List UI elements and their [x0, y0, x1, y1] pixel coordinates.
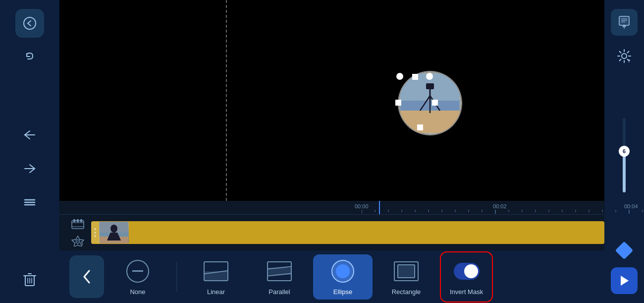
- svg-rect-64: [619, 16, 629, 25]
- control-point-left[interactable]: [395, 100, 401, 106]
- video-preview: [59, 0, 604, 201]
- mask-option-linear[interactable]: Linear: [186, 254, 246, 300]
- control-point-top[interactable]: [426, 73, 433, 80]
- menu-button[interactable]: [15, 188, 44, 217]
- trash-button[interactable]: [15, 265, 44, 294]
- toolbar-back-button[interactable]: [69, 255, 104, 298]
- control-point-top-left[interactable]: [396, 73, 403, 80]
- svg-point-68: [622, 54, 627, 59]
- rectangle-icon: [393, 258, 419, 284]
- back-circle-button[interactable]: [15, 9, 44, 38]
- control-point-right[interactable]: [432, 100, 438, 106]
- svg-point-54: [110, 225, 117, 233]
- svg-rect-45: [73, 219, 75, 222]
- settings-button[interactable]: ?: [611, 43, 638, 69]
- effects-track-icon[interactable]: !: [69, 234, 86, 247]
- timeline-tracks: !: [59, 215, 604, 250]
- main-content: 00:00 00:02 00:04: [59, 0, 604, 303]
- timeline-area: 00:00 00:02 00:04: [59, 201, 604, 250]
- invert-mask-icon: [454, 258, 480, 284]
- right-sidebar: ? 6: [604, 0, 644, 303]
- none-icon: [125, 258, 151, 284]
- diamond-keyframe-button[interactable]: [615, 242, 634, 260]
- svg-rect-47: [80, 219, 82, 222]
- keyframe-container: [611, 241, 638, 260]
- track-icons: !: [69, 218, 86, 247]
- timeline-cursor[interactable]: [379, 201, 380, 214]
- video-track-icon[interactable]: [69, 218, 86, 232]
- track-thumbnail: [99, 222, 129, 243]
- control-point-top-mid[interactable]: [412, 74, 418, 80]
- ruler-ticks: [362, 210, 644, 215]
- undo-button[interactable]: [15, 43, 44, 71]
- volume-slider[interactable]: 6: [623, 118, 626, 192]
- invert-mask-highlighted-border: Invert Mask: [440, 251, 493, 303]
- time-mark-4: 00:04: [624, 203, 638, 209]
- time-mark-2: 00:02: [493, 203, 507, 209]
- left-arrow-button[interactable]: [15, 121, 44, 149]
- mask-option-parallel[interactable]: Parallel: [250, 254, 309, 300]
- rectangle-label: Rectangle: [392, 288, 421, 296]
- timeline-ruler: 00:00 00:02 00:04: [59, 201, 604, 215]
- linear-icon: [203, 258, 229, 284]
- svg-rect-57: [204, 271, 228, 281]
- track-start-handle[interactable]: [91, 222, 99, 243]
- svg-point-49: [76, 240, 80, 243]
- svg-point-0: [24, 17, 36, 29]
- volume-thumb[interactable]: 6: [619, 146, 630, 157]
- mask-overlay: [390, 61, 470, 140]
- svg-rect-46: [77, 219, 79, 222]
- ellipse-label: Ellipse: [333, 288, 352, 296]
- time-mark-0: 00:00: [355, 203, 369, 209]
- mask-option-ellipse[interactable]: Ellipse: [313, 254, 373, 300]
- parallel-icon: [267, 258, 292, 284]
- ellipse-mask: [398, 71, 462, 135]
- play-button[interactable]: [611, 267, 638, 294]
- left-sidebar: [0, 0, 59, 303]
- mask-option-none[interactable]: None: [108, 254, 167, 300]
- svg-text:?: ?: [628, 59, 631, 63]
- none-label: None: [130, 288, 145, 296]
- ellipse-icon: [330, 258, 356, 284]
- mask-option-invert-mask[interactable]: Invert Mask: [443, 254, 490, 300]
- export-button[interactable]: [611, 9, 638, 36]
- svg-rect-15: [426, 83, 434, 89]
- mask-option-rectangle[interactable]: Rectangle: [376, 254, 436, 300]
- control-point-bottom[interactable]: [417, 124, 423, 130]
- svg-rect-63: [398, 265, 415, 278]
- parallel-label: Parallel: [268, 288, 290, 296]
- right-arrow-button[interactable]: [15, 154, 44, 183]
- svg-text:!: !: [82, 242, 83, 246]
- invert-mask-label: Invert Mask: [450, 288, 483, 296]
- video-track: [91, 221, 604, 244]
- svg-rect-61: [268, 268, 291, 275]
- toolbar-divider: [176, 262, 177, 292]
- svg-marker-70: [621, 276, 629, 286]
- linear-label: Linear: [207, 288, 225, 296]
- bottom-toolbar: None Linear: [59, 250, 604, 303]
